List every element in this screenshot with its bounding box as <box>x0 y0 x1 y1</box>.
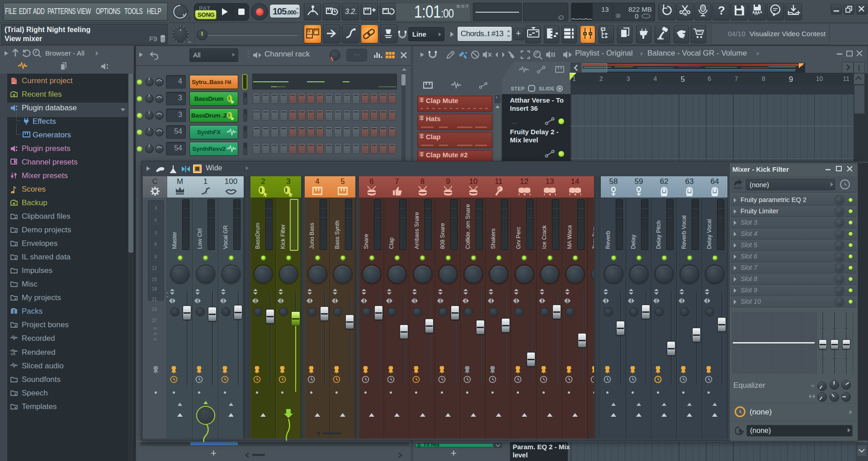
svg-text:3.2.: 3.2. <box>345 8 357 15</box>
svg-text:POST: POST <box>734 187 743 190</box>
svg-text:?: ? <box>718 4 725 17</box>
